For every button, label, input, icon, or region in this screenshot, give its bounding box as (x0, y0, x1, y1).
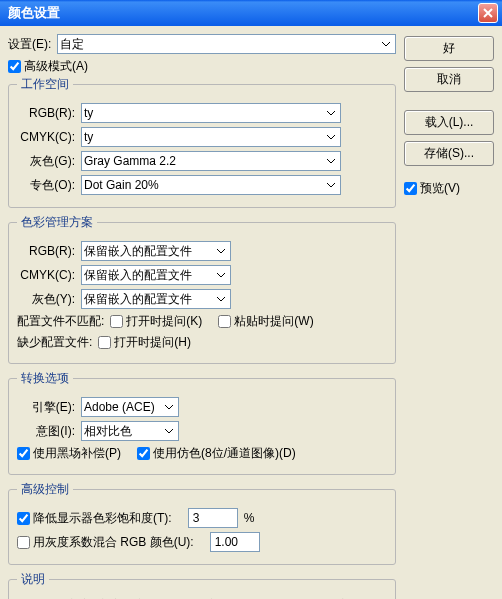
pol-cmyk-label: CMYK(C): (17, 268, 75, 282)
close-button[interactable] (478, 3, 498, 23)
desaturate-check[interactable]: 降低显示器色彩饱和度(T): (17, 510, 172, 527)
pol-cmyk-select[interactable]: 保留嵌入的配置文件 (81, 265, 231, 285)
conversion-legend: 转换选项 (17, 370, 73, 387)
workspace-group: 工作空间 RGB(R):ty CMYK(C):ty 灰色(G):Gray Gam… (8, 76, 396, 208)
title-bar: 颜色设置 (0, 0, 502, 26)
engine-label: 引擎(E): (17, 399, 75, 416)
load-button[interactable]: 载入(L)... (404, 110, 494, 135)
pol-rgb-label: RGB(R): (17, 244, 75, 258)
ws-cmyk-select[interactable]: ty (81, 127, 341, 147)
policy-group: 色彩管理方案 RGB(R):保留嵌入的配置文件 CMYK(C):保留嵌入的配置文… (8, 214, 396, 364)
pol-gray-select[interactable]: 保留嵌入的配置文件 (81, 289, 231, 309)
pol-gray-label: 灰色(Y): (17, 291, 75, 308)
advanced-control-group: 高级控制 降低显示器色彩饱和度(T): % 用灰度系数混合 RGB 颜色(U): (8, 481, 396, 565)
advanced-mode-checkbox[interactable]: 高级模式(A) (8, 58, 88, 75)
conversion-group: 转换选项 引擎(E):Adobe (ACE) 意图(I):相对比色 使用黑场补偿… (8, 370, 396, 475)
blend-check[interactable]: 用灰度系数混合 RGB 颜色(U): (17, 534, 194, 551)
missing-open-check[interactable]: 打开时提问(H) (98, 334, 191, 351)
ws-gray-select[interactable]: Gray Gamma 2.2 (81, 151, 341, 171)
description-legend: 说明 (17, 571, 49, 588)
intent-label: 意图(I): (17, 423, 75, 440)
intent-select[interactable]: 相对比色 (81, 421, 179, 441)
ok-button[interactable]: 好 (404, 36, 494, 61)
window-title: 颜色设置 (4, 4, 478, 22)
settings-label: 设置(E): (8, 36, 51, 53)
blend-input[interactable] (210, 532, 260, 552)
mismatch-label: 配置文件不匹配: (17, 313, 104, 330)
ws-rgb-label: RGB(R): (17, 106, 75, 120)
cancel-button[interactable]: 取消 (404, 67, 494, 92)
mismatch-paste-check[interactable]: 粘贴时提问(W) (218, 313, 313, 330)
workspace-legend: 工作空间 (17, 76, 73, 93)
ws-cmyk-label: CMYK(C): (17, 130, 75, 144)
settings-select[interactable]: 自定 (57, 34, 396, 54)
advanced-mode-input[interactable] (8, 60, 21, 73)
description-text: 色彩管理方案: 方案指定如何管理特定的颜色模型中的颜色。它处理颜色配置文件的读取… (17, 594, 387, 599)
advanced-control-legend: 高级控制 (17, 481, 73, 498)
ws-rgb-select[interactable]: ty (81, 103, 341, 123)
ws-spot-select[interactable]: Dot Gain 20% (81, 175, 341, 195)
mismatch-open-check[interactable]: 打开时提问(K) (110, 313, 202, 330)
preview-check[interactable]: 预览(V) (404, 180, 494, 197)
missing-label: 缺少配置文件: (17, 334, 92, 351)
percent-label: % (244, 511, 255, 525)
advanced-mode-label: 高级模式(A) (24, 58, 88, 75)
pol-rgb-select[interactable]: 保留嵌入的配置文件 (81, 241, 231, 261)
ws-spot-label: 专色(O): (17, 177, 75, 194)
desaturate-input[interactable] (188, 508, 238, 528)
close-icon (483, 8, 493, 18)
ws-gray-label: 灰色(G): (17, 153, 75, 170)
dither-check[interactable]: 使用仿色(8位/通道图像)(D) (137, 445, 296, 462)
save-button[interactable]: 存储(S)... (404, 141, 494, 166)
description-group: 说明 色彩管理方案: 方案指定如何管理特定的颜色模型中的颜色。它处理颜色配置文件… (8, 571, 396, 599)
engine-select[interactable]: Adobe (ACE) (81, 397, 179, 417)
blackpoint-check[interactable]: 使用黑场补偿(P) (17, 445, 121, 462)
policy-legend: 色彩管理方案 (17, 214, 97, 231)
